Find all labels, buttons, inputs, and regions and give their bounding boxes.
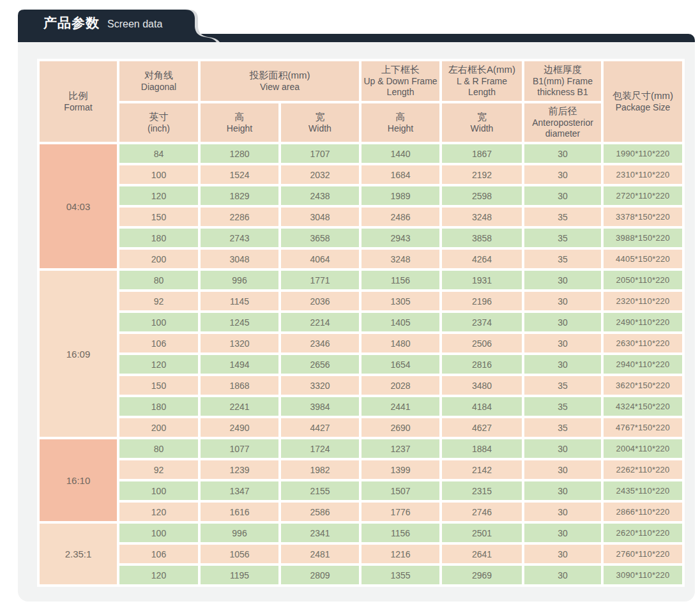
data-cell: 84 xyxy=(119,144,198,163)
col-header-updown-frame: 上下框长 Up & Down Frame Length xyxy=(361,61,439,101)
package-size-cell: 1990*110*220 xyxy=(604,144,682,163)
data-cell: 1989 xyxy=(361,186,439,205)
col-header-thickness: 边框厚度 B1(mm) Frame thickness B1 xyxy=(524,61,601,101)
data-cell: 1494 xyxy=(201,355,278,374)
data-cell: 150 xyxy=(119,376,198,395)
col-header-format-zh: 比例 xyxy=(42,90,115,102)
data-cell: 4427 xyxy=(281,418,359,437)
subheader-view-width: 宽 Width xyxy=(281,103,359,142)
package-size-cell: 3620*150*220 xyxy=(604,376,682,395)
data-cell: 150 xyxy=(119,208,198,226)
data-cell: 2809 xyxy=(281,566,359,584)
table-row: 1001347215515072315302435*110*220 xyxy=(40,481,682,500)
subheader-inch: 英寸 (inch) xyxy=(119,103,198,142)
table-row: 1001524203216842192302310*110*220 xyxy=(40,165,682,184)
col-header-view-area-en: View area xyxy=(202,82,357,93)
data-cell: 30 xyxy=(524,271,601,289)
table-row: 1502286304824863248353378*150*220 xyxy=(40,208,682,226)
data-cell: 1524 xyxy=(201,165,278,184)
package-size-cell: 2320*110*220 xyxy=(604,292,682,310)
data-cell: 2743 xyxy=(201,229,278,247)
data-cell: 4064 xyxy=(281,250,359,268)
table-row: 1201829243819892598302720*110*220 xyxy=(40,186,682,205)
col-header-package-zh: 包装尺寸(mm) xyxy=(605,90,680,102)
col-header-format: 比例 Format xyxy=(40,61,117,142)
data-cell: 30 xyxy=(524,165,601,184)
data-cell: 2315 xyxy=(442,481,522,500)
data-cell: 3984 xyxy=(281,397,359,416)
subheader-view-height-zh: 高 xyxy=(202,111,277,123)
data-cell: 3048 xyxy=(281,208,359,226)
data-cell: 30 xyxy=(524,566,601,584)
data-cell: 30 xyxy=(524,355,601,374)
data-cell: 3480 xyxy=(442,376,522,395)
banner-title-zh: 产品参数 xyxy=(43,14,100,32)
subheader-frame-height-en: Height xyxy=(363,123,438,135)
data-cell: 1707 xyxy=(281,144,359,163)
package-size-cell: 2760*110*220 xyxy=(604,545,682,563)
data-cell: 1931 xyxy=(442,271,522,289)
data-cell: 30 xyxy=(524,313,601,331)
table-row: 1061056248112162641302760*110*220 xyxy=(40,545,682,563)
data-cell: 996 xyxy=(201,524,278,542)
data-cell: 100 xyxy=(119,524,198,542)
data-cell: 1239 xyxy=(201,460,278,479)
data-cell: 1156 xyxy=(361,271,439,289)
data-cell: 2969 xyxy=(442,566,522,584)
data-cell: 1868 xyxy=(201,376,278,395)
data-cell: 180 xyxy=(119,229,198,247)
package-size-cell: 2050*110*220 xyxy=(604,271,682,289)
data-cell: 106 xyxy=(119,334,198,352)
col-header-package: 包装尺寸(mm) Package Size xyxy=(604,61,682,142)
subheader-frame-width-zh: 宽 xyxy=(444,111,520,123)
table-row: 1201616258617762746302866*110*220 xyxy=(40,503,682,521)
package-size-cell: 4767*150*220 xyxy=(604,418,682,437)
table-body: 04:03841280170714401867301990*110*220100… xyxy=(40,144,682,584)
data-cell: 1724 xyxy=(281,439,359,458)
package-size-cell: 2490*110*220 xyxy=(604,313,682,331)
data-cell: 1654 xyxy=(361,355,439,374)
data-cell: 4184 xyxy=(442,397,522,416)
data-cell: 35 xyxy=(524,229,601,247)
data-cell: 2943 xyxy=(361,229,439,247)
data-cell: 180 xyxy=(119,397,198,416)
col-header-diagonal-en: Diagonal xyxy=(121,82,196,93)
data-cell: 4627 xyxy=(442,418,522,437)
data-cell: 1280 xyxy=(201,144,278,163)
col-header-thickness-en: B1(mm) Frame thickness B1 xyxy=(526,76,599,98)
data-cell: 2241 xyxy=(201,397,278,416)
data-cell: 2641 xyxy=(442,545,522,563)
data-cell: 2142 xyxy=(442,460,522,479)
table-row: 2002490442726904627354767*150*220 xyxy=(40,418,682,437)
data-cell: 30 xyxy=(524,545,601,563)
package-size-cell: 2310*110*220 xyxy=(604,165,682,184)
data-cell: 2490 xyxy=(201,418,278,437)
col-header-diagonal-zh: 对角线 xyxy=(121,70,196,82)
data-cell: 3658 xyxy=(281,229,359,247)
data-cell: 2656 xyxy=(281,355,359,374)
data-cell: 2196 xyxy=(442,292,522,310)
data-cell: 3248 xyxy=(361,250,439,268)
data-cell: 2816 xyxy=(442,355,522,374)
col-header-lr-frame: 左右框长A(mm) L & R Frame Length xyxy=(442,61,522,101)
data-cell: 2481 xyxy=(281,545,359,563)
package-size-cell: 3988*150*220 xyxy=(604,229,682,247)
col-header-updown-zh: 上下框长 xyxy=(363,64,438,76)
data-cell: 1684 xyxy=(361,165,439,184)
data-cell: 2690 xyxy=(361,418,439,437)
table-row: 1802241398424414184354324*150*220 xyxy=(40,397,682,416)
format-cell: 04:03 xyxy=(40,144,117,268)
data-cell: 200 xyxy=(119,250,198,268)
table-row: 04:03841280170714401867301990*110*220 xyxy=(40,144,682,163)
data-cell: 2214 xyxy=(281,313,359,331)
data-cell: 1347 xyxy=(201,481,278,500)
data-cell: 1480 xyxy=(361,334,439,352)
data-cell: 80 xyxy=(119,439,198,458)
subheader-frame-width-en: Width xyxy=(444,123,520,135)
banner-title-en: Screen data xyxy=(107,19,162,30)
col-header-lr-zh: 左右框长A(mm) xyxy=(444,64,520,76)
data-cell: 1355 xyxy=(361,566,439,584)
data-cell: 35 xyxy=(524,397,601,416)
data-cell: 92 xyxy=(119,292,198,310)
package-size-cell: 2630*110*220 xyxy=(604,334,682,352)
